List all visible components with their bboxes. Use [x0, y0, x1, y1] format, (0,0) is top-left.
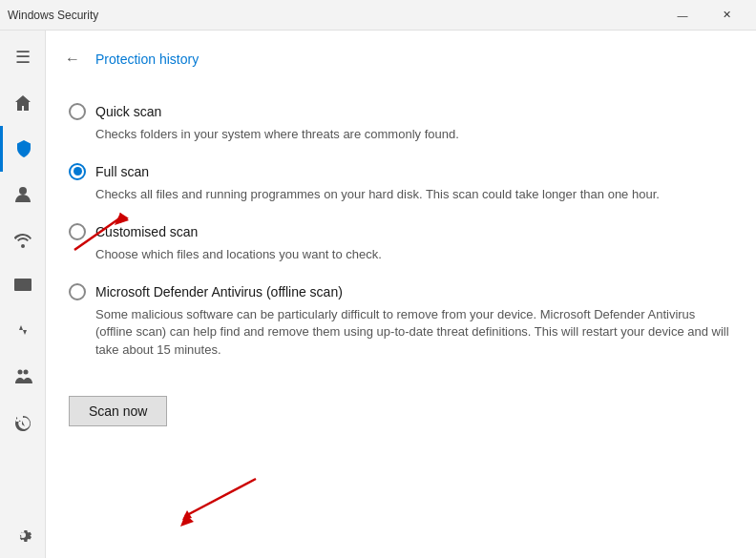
svg-point-0 [19, 187, 27, 195]
svg-rect-1 [14, 279, 32, 291]
content-header: ← Protection history [46, 31, 756, 84]
minimize-button[interactable]: — [661, 0, 704, 31]
sidebar-icon-home[interactable] [0, 80, 46, 126]
custom-scan-text: Customised scan [95, 224, 198, 239]
offline-scan-desc: Some malicious software can be particula… [95, 306, 733, 361]
back-button[interactable]: ← [57, 44, 88, 74]
full-scan-text: Full scan [95, 164, 149, 179]
svg-point-3 [23, 370, 28, 375]
full-scan-label[interactable]: Full scan [69, 163, 733, 180]
sidebar-icon-person[interactable] [0, 172, 46, 217]
custom-scan-option: Customised scan Choose which files and l… [69, 214, 733, 274]
sidebar-icon-settings[interactable] [0, 512, 46, 558]
sidebar-icon-hamburger[interactable]: ☰ [0, 34, 46, 80]
full-scan-radio-inner [74, 167, 82, 176]
sidebar-icon-history[interactable] [0, 401, 46, 446]
offline-scan-radio[interactable] [69, 283, 86, 300]
window-controls: — ✕ [661, 0, 748, 31]
sidebar-icon-monitor[interactable] [0, 263, 46, 309]
full-scan-option: Full scan Checks all files and running p… [69, 154, 733, 214]
sidebar-icon-health[interactable] [0, 309, 46, 355]
main-wrapper: ← Protection history Quick scan Checks f… [46, 31, 756, 558]
quick-scan-label[interactable]: Quick scan [69, 103, 733, 120]
custom-scan-desc: Choose which files and locations you wan… [95, 246, 733, 264]
sidebar-icon-wifi[interactable] [0, 217, 46, 263]
quick-scan-desc: Checks folders in your system where thre… [95, 126, 733, 144]
sidebar-icon-family[interactable] [0, 355, 46, 401]
quick-scan-radio[interactable] [69, 103, 86, 120]
sidebar-icon-shield[interactable] [0, 126, 46, 172]
quick-scan-text: Quick scan [95, 104, 161, 119]
window-title: Windows Security [8, 9, 661, 22]
offline-scan-label[interactable]: Microsoft Defender Antivirus (offline sc… [69, 283, 733, 300]
full-scan-desc: Checks all files and running programmes … [95, 186, 733, 204]
close-button[interactable]: ✕ [704, 0, 748, 31]
scan-options-list: Quick scan Checks folders in your system… [46, 84, 756, 388]
quick-scan-option: Quick scan Checks folders in your system… [69, 93, 733, 154]
full-scan-radio[interactable] [69, 163, 86, 180]
custom-scan-label[interactable]: Customised scan [69, 223, 733, 240]
scan-now-button[interactable]: Scan now [69, 396, 167, 426]
content-area: ← Protection history Quick scan Checks f… [46, 31, 756, 558]
title-bar: Windows Security — ✕ [0, 0, 756, 31]
offline-scan-option: Microsoft Defender Antivirus (offline sc… [69, 274, 733, 370]
breadcrumb-link[interactable]: Protection history [95, 52, 199, 67]
app-body: ☰ ← [0, 31, 756, 558]
sidebar: ☰ [0, 31, 46, 558]
custom-scan-radio[interactable] [69, 223, 86, 240]
svg-point-2 [17, 370, 22, 375]
offline-scan-text: Microsoft Defender Antivirus (offline sc… [95, 284, 343, 300]
